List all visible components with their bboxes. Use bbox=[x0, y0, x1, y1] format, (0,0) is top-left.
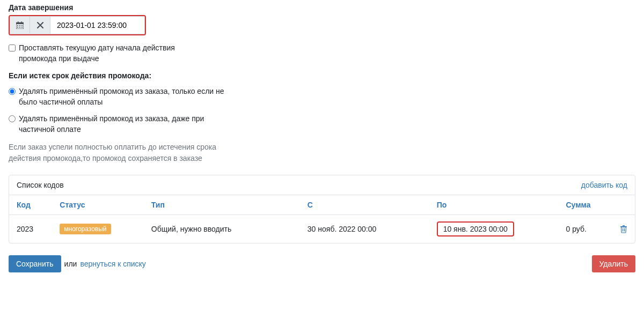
set-start-date-checkbox[interactable] bbox=[9, 45, 16, 51]
back-to-list-link[interactable]: вернуться к списку bbox=[80, 260, 145, 268]
svg-rect-8 bbox=[19, 27, 20, 28]
codes-panel-header: Список кодов добавить код bbox=[9, 175, 635, 195]
cell-actions bbox=[612, 215, 635, 243]
svg-rect-6 bbox=[21, 25, 23, 26]
cell-code: 2023 bbox=[9, 215, 52, 243]
svg-rect-3 bbox=[21, 21, 23, 23]
cell-from: 30 нояб. 2022 00:00 bbox=[300, 215, 429, 243]
svg-rect-11 bbox=[623, 225, 625, 226]
header-from[interactable]: С bbox=[300, 195, 429, 215]
end-date-group: Дата завершения bbox=[9, 3, 635, 35]
codes-panel: Список кодов добавить код Код Статус Тип… bbox=[9, 175, 635, 243]
end-date-label: Дата завершения bbox=[9, 3, 635, 12]
expired-section-label: Если истек срок действия промокода: bbox=[9, 71, 635, 80]
cell-sum: 0 руб. bbox=[558, 215, 612, 243]
svg-rect-9 bbox=[21, 27, 23, 28]
expired-option2-label[interactable]: Удалять применённый промокод из заказа, … bbox=[19, 114, 233, 135]
svg-rect-2 bbox=[18, 21, 19, 23]
svg-rect-5 bbox=[19, 25, 20, 26]
set-start-date-label[interactable]: Проставлять текущую дату начала действия… bbox=[19, 43, 212, 64]
delete-row-button[interactable] bbox=[620, 225, 627, 233]
expired-option1-row: Удалять применённый промокод из заказа, … bbox=[9, 86, 635, 107]
end-date-input-group bbox=[9, 15, 146, 35]
clear-date-button[interactable] bbox=[30, 16, 50, 34]
cell-type: Общий, нужно вводить bbox=[144, 215, 300, 243]
header-sum[interactable]: Сумма bbox=[558, 195, 612, 215]
header-status[interactable]: Статус bbox=[52, 195, 144, 215]
trash-icon bbox=[620, 225, 627, 233]
footer-row: Сохранить или вернуться к списку Удалить bbox=[9, 255, 635, 272]
table-row: 2023 многоразовый Общий, нужно вводить 3… bbox=[9, 215, 635, 243]
table-header-row: Код Статус Тип С По Сумма bbox=[9, 195, 635, 215]
save-button[interactable]: Сохранить bbox=[9, 255, 61, 272]
codes-table: Код Статус Тип С По Сумма 2023 многоразо… bbox=[9, 195, 635, 243]
expired-option2-radio[interactable] bbox=[9, 115, 16, 122]
footer-or-text: или bbox=[64, 260, 77, 268]
delete-button[interactable]: Удалить bbox=[592, 255, 635, 272]
expired-option2-row: Удалять применённый промокод из заказа, … bbox=[9, 114, 635, 135]
header-to[interactable]: По bbox=[429, 195, 559, 215]
expired-help-text: Если заказ успели полностью оплатить до … bbox=[9, 142, 229, 164]
footer-left: Сохранить или вернуться к списку bbox=[9, 255, 146, 272]
add-code-link[interactable]: добавить код bbox=[581, 181, 627, 189]
cell-to-highlight: 10 янв. 2023 00:00 bbox=[437, 221, 514, 236]
svg-rect-4 bbox=[17, 25, 18, 26]
end-date-input[interactable] bbox=[50, 16, 145, 34]
svg-rect-1 bbox=[16, 23, 24, 24]
cell-to: 10 янв. 2023 00:00 bbox=[429, 215, 559, 243]
header-actions bbox=[612, 195, 635, 215]
svg-rect-13 bbox=[624, 228, 625, 231]
calendar-icon bbox=[16, 21, 24, 29]
close-icon bbox=[37, 22, 43, 28]
expired-option1-radio[interactable] bbox=[9, 88, 16, 95]
status-badge: многоразовый bbox=[60, 224, 111, 234]
svg-rect-12 bbox=[623, 228, 623, 231]
header-type[interactable]: Тип bbox=[144, 195, 300, 215]
set-start-date-row: Проставлять текущую дату начала действия… bbox=[9, 43, 635, 64]
codes-panel-title: Список кодов bbox=[17, 181, 64, 189]
svg-rect-7 bbox=[17, 27, 18, 28]
cell-status: многоразовый bbox=[52, 215, 144, 243]
expired-option1-label[interactable]: Удалять применённый промокод из заказа, … bbox=[19, 86, 233, 107]
header-code[interactable]: Код bbox=[9, 195, 52, 215]
calendar-button[interactable] bbox=[10, 16, 30, 34]
